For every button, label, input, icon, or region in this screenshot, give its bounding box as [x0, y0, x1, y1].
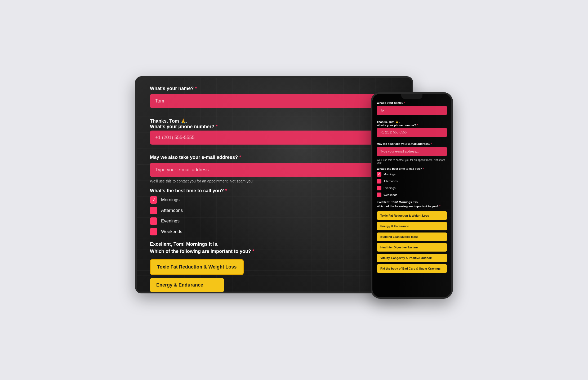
tablet-email-input[interactable] — [150, 163, 398, 177]
phone-checkbox-group: Mornings Afternoons Evenings Weeken — [377, 172, 447, 197]
tablet-phone-label: What's your phone number? * — [150, 124, 398, 129]
phone-call-time-section: What's the best time to call you? * Morn… — [377, 167, 447, 197]
phone-name-section: What's your name? * — [377, 101, 447, 118]
tablet-checkbox-mornings-label: Mornings — [161, 197, 180, 203]
tablet-checkbox-afternoons-box[interactable] — [150, 207, 157, 214]
phone-email-section: May we also take your e-mail address? * … — [377, 142, 447, 164]
tablet-phone-section: Thanks, Tom 🙏. What's your phone number?… — [150, 118, 398, 150]
phone-goal-btn-3[interactable]: Building Lean Muscle Mass — [377, 233, 447, 241]
phone-name-input[interactable] — [377, 106, 447, 115]
tablet-checkbox-weekends-box[interactable] — [150, 228, 157, 235]
tablet-checkbox-mornings[interactable]: Mornings — [150, 196, 398, 204]
tablet-excellent-text: Excellent, Tom! Mornings it is. Which of… — [150, 241, 398, 255]
tablet-phone-input[interactable] — [150, 131, 398, 145]
tablet-goal-btn-1[interactable]: Toxic Fat Reduction & Weight Loss — [150, 259, 244, 275]
tablet-email-section: May we also take your e-mail address? * … — [150, 155, 398, 183]
phone-checkbox-mornings[interactable]: Mornings — [377, 172, 447, 177]
phone-device: What's your name? * Thanks, Tom 🙏. What'… — [371, 92, 453, 299]
phone-checkbox-afternoons[interactable]: Afternoons — [377, 179, 447, 184]
phone-email-input[interactable] — [377, 147, 447, 156]
phone-checkbox-evenings-box[interactable] — [377, 186, 381, 190]
tablet-screen: What's your name? * Thanks, Tom 🙏. What'… — [137, 78, 412, 292]
phone-email-hint: We'll use this to contact you for an app… — [377, 159, 447, 164]
tablet-checkbox-group: Mornings Afternoons Evenings Weeken — [150, 196, 398, 235]
tablet-checkbox-weekends-label: Weekends — [161, 229, 182, 234]
tablet-checkbox-evenings[interactable]: Evenings — [150, 217, 398, 225]
tablet-call-time-section: What's the best time to call you? * Morn… — [150, 188, 398, 235]
tablet-email-hint: We'll use this to contact you for an app… — [150, 179, 398, 183]
phone-goal-btn-1[interactable]: Toxic Fat Reduction & Weight Loss — [377, 211, 447, 220]
phone-goals-section: Excellent, Tom! Mornings it is. Which of… — [377, 200, 447, 273]
tablet-name-section: What's your name? * — [150, 86, 398, 113]
tablet-call-time-label: What's the best time to call you? * — [150, 188, 398, 194]
phone-checkbox-afternoons-box[interactable] — [377, 179, 381, 184]
phone-checkbox-evenings[interactable]: Evenings — [377, 186, 447, 190]
tablet-goals-label: Which of the following are important to … — [150, 248, 398, 255]
phone-call-time-label: What's the best time to call you? * — [377, 167, 447, 170]
phone-checkbox-weekends[interactable]: Weekends — [377, 193, 447, 197]
phone-excellent-text: Excellent, Tom! Mornings it is. Which of… — [377, 200, 447, 209]
tablet-checkbox-evenings-label: Evenings — [161, 218, 180, 224]
phone-notch — [401, 94, 422, 99]
phone-name-label: What's your name? * — [377, 101, 447, 104]
phone-phone-section: Thanks, Tom 🙏. What's your phone number?… — [377, 120, 447, 140]
phone-email-label: May we also take your e-mail address? * — [377, 142, 447, 145]
tablet-name-required: * — [195, 86, 197, 91]
phone-goal-btn-4[interactable]: Healthier Digestive System — [377, 243, 447, 252]
phone-goal-btn-5[interactable]: Vitality, Longevity & Positive Outlook — [377, 254, 447, 262]
tablet-name-label: What's your name? * — [150, 86, 398, 91]
phone-content: What's your name? * Thanks, Tom 🙏. What'… — [372, 94, 451, 297]
tablet-email-label: May we also take your e-mail address? * — [150, 155, 398, 160]
tablet-checkbox-evenings-box[interactable] — [150, 217, 157, 225]
tablet-checkbox-mornings-box[interactable] — [150, 196, 157, 204]
tablet-name-input[interactable] — [150, 94, 398, 108]
phone-phone-input[interactable] — [377, 128, 447, 137]
tablet-goal-btn-2[interactable]: Energy & Endurance — [150, 278, 224, 292]
phone-screen: What's your name? * Thanks, Tom 🙏. What'… — [372, 94, 451, 297]
phone-goal-btn-2[interactable]: Energy & Endurance — [377, 222, 447, 230]
phone-checkbox-weekends-box[interactable] — [377, 193, 381, 197]
phone-goal-btn-6[interactable]: Rid the body of Bad Carb & Sugar Craving… — [377, 264, 447, 273]
devices-container: What's your name? * Thanks, Tom 🙏. What'… — [135, 76, 453, 304]
tablet-thanks-text: Thanks, Tom 🙏. What's your phone number?… — [150, 118, 398, 129]
phone-checkbox-mornings-box[interactable] — [377, 172, 381, 177]
tablet-checkbox-afternoons[interactable]: Afternoons — [150, 207, 398, 214]
phone-thanks-text: Thanks, Tom 🙏. What's your phone number?… — [377, 120, 447, 127]
tablet-checkbox-afternoons-label: Afternoons — [161, 208, 183, 213]
tablet-checkbox-weekends[interactable]: Weekends — [150, 228, 398, 235]
tablet-content: What's your name? * Thanks, Tom 🙏. What'… — [137, 78, 412, 292]
tablet-goals-section: Excellent, Tom! Mornings it is. Which of… — [150, 241, 398, 292]
